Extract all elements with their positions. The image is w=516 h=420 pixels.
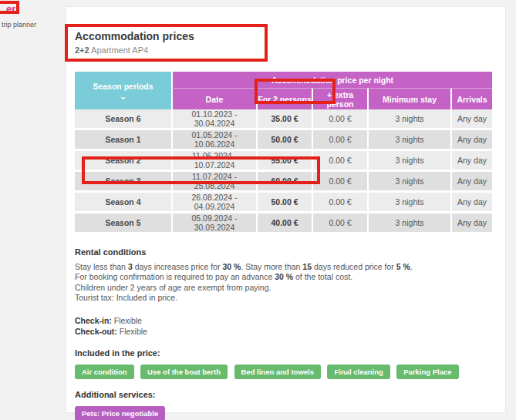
apartment-subtitle: 2+2 Apartment AP4 bbox=[75, 45, 491, 55]
additional-service-badge: Pets: Price negotiable bbox=[75, 406, 165, 420]
date-cell: 01.10.2023 - 30.04.2024 bbox=[171, 109, 256, 130]
price-per-night-header: Accommodation price per night bbox=[171, 72, 492, 89]
price-table: Season periods ⌄ Accommodation price per… bbox=[75, 72, 492, 234]
rental-line-3: Children under 2 years of age are exempt… bbox=[75, 283, 491, 294]
extra-person-cell: 0.00 € bbox=[312, 109, 367, 130]
extra-person-cell: 0.00 € bbox=[312, 213, 367, 234]
rental-line-1: Stay less than 3 days increases price fo… bbox=[75, 262, 491, 273]
price-2persons-cell: 40.00 € bbox=[256, 213, 312, 234]
arrivals-cell: Any day bbox=[450, 213, 492, 234]
chevron-down-icon: ⌄ bbox=[75, 93, 171, 99]
col-header-arrivals: Arrivals bbox=[450, 89, 492, 109]
season-cell: Season 1 bbox=[75, 130, 171, 151]
table-row: Season 4 26.08.2024 - 04.09.2024 50.00 €… bbox=[75, 193, 492, 213]
extra-person-cell: 0.00 € bbox=[312, 172, 367, 193]
included-badge: Use of the boat berth bbox=[140, 365, 228, 379]
arrivals-cell: Any day bbox=[450, 130, 492, 151]
included-heading: Included in the price: bbox=[75, 348, 491, 358]
rental-conditions-section: Rental conditions Stay less than 3 days … bbox=[75, 247, 491, 304]
price-2persons-cell: 55.00 € bbox=[256, 151, 312, 172]
additional-services-heading: Additional services: bbox=[75, 390, 491, 399]
sidebar-fragment: er trip planner bbox=[0, 3, 65, 29]
price-2persons-cell: 50.00 € bbox=[256, 193, 312, 213]
additional-services-section: Additional services: Pets: Price negotia… bbox=[75, 390, 491, 420]
col-header-for-2-persons: For 2 persons bbox=[256, 89, 312, 109]
apartment-capacity: 2+2 bbox=[75, 45, 89, 55]
col-header-minimum-stay: Minimum stay bbox=[367, 89, 450, 109]
date-cell: 11.06.2024 - 10.07.2024 bbox=[171, 151, 256, 172]
min-stay-cell: 3 nights bbox=[367, 213, 450, 234]
price-2persons-cell: 35.00 € bbox=[256, 109, 312, 130]
included-badge: Parking Place bbox=[396, 365, 458, 379]
extra-person-cell: 0.00 € bbox=[312, 151, 367, 172]
date-cell: 11.07.2024 - 25.08.2024 bbox=[171, 172, 256, 193]
arrivals-cell: Any day bbox=[450, 193, 492, 213]
included-badge: Air condition bbox=[75, 365, 134, 379]
season-cell: Season 6 bbox=[75, 109, 171, 130]
season-cell: Season 3 bbox=[75, 172, 171, 193]
min-stay-cell: 3 nights bbox=[367, 130, 450, 151]
col-header-date: Date bbox=[171, 89, 256, 109]
extra-person-cell: 0.00 € bbox=[312, 193, 367, 213]
arrivals-cell: Any day bbox=[450, 151, 492, 172]
min-stay-cell: 3 nights bbox=[367, 109, 450, 130]
table-row: Season 3 11.07.2024 - 25.08.2024 60.00 €… bbox=[75, 172, 492, 193]
season-periods-label: Season periods bbox=[75, 82, 171, 91]
table-row: Season 2 11.06.2024 - 10.07.2024 55.00 €… bbox=[75, 151, 492, 172]
date-cell: 01.05.2024 - 10.06.2024 bbox=[171, 130, 256, 151]
rental-line-2: For booking confirmation is required to … bbox=[75, 272, 491, 283]
arrivals-cell: Any day bbox=[450, 172, 492, 193]
check-in-out-block: Check-in: Flexible Check-out: Flexible bbox=[75, 315, 491, 337]
apartment-name: Apartment AP4 bbox=[89, 45, 148, 55]
check-in-line: Check-in: Flexible bbox=[75, 315, 491, 326]
extra-person-cell: 0.00 € bbox=[312, 130, 367, 151]
season-cell: Season 4 bbox=[75, 193, 171, 213]
price-2persons-cell: 60.00 € bbox=[256, 172, 312, 193]
page-title: Accommodation prices bbox=[75, 30, 491, 42]
content-card: Accommodation prices 2+2 Apartment AP4 S… bbox=[66, 6, 506, 413]
season-periods-header[interactable]: Season periods ⌄ bbox=[75, 72, 171, 109]
date-cell: 05.09.2024 - 30.09.2024 bbox=[171, 213, 256, 234]
page: er trip planner Accommodation prices 2+2… bbox=[0, 0, 516, 420]
date-cell: 26.08.2024 - 04.09.2024 bbox=[171, 193, 256, 213]
season-cell: Season 2 bbox=[75, 151, 171, 172]
season-cell: Season 5 bbox=[75, 213, 171, 234]
min-stay-cell: 3 nights bbox=[367, 151, 450, 172]
included-section: Included in the price: Air condition Use… bbox=[75, 348, 491, 379]
min-stay-cell: 3 nights bbox=[367, 193, 450, 213]
rental-line-4: Tourist tax: Included in price. bbox=[75, 293, 491, 304]
min-stay-cell: 3 nights bbox=[367, 172, 450, 193]
col-header-extra-person: + extra person bbox=[312, 89, 367, 109]
included-badge: Final cleaning bbox=[327, 365, 390, 379]
check-out-line: Check-out: Flexible bbox=[75, 326, 491, 337]
table-row: Season 1 01.05.2024 - 10.06.2024 50.00 €… bbox=[75, 130, 492, 151]
rental-conditions-heading: Rental conditions bbox=[75, 247, 491, 258]
sidebar-item-partial[interactable]: er bbox=[0, 3, 65, 15]
included-badge: Bed linen and towels bbox=[234, 365, 322, 379]
table-row: Season 5 05.09.2024 - 30.09.2024 40.00 €… bbox=[75, 213, 492, 234]
price-2persons-cell: 50.00 € bbox=[256, 130, 312, 151]
sidebar-item-trip-planner[interactable]: trip planner bbox=[0, 21, 65, 29]
arrivals-cell: Any day bbox=[450, 109, 492, 130]
table-row: Season 6 01.10.2023 - 30.04.2024 35.00 €… bbox=[75, 109, 492, 130]
